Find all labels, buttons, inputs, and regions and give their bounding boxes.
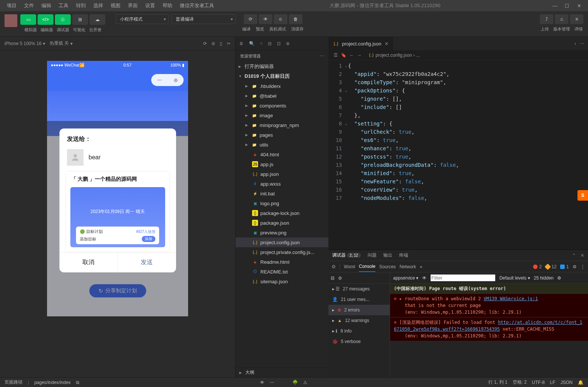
open-editors-section[interactable]: ▶打开的编辑器: [236, 62, 328, 71]
detail-button[interactable]: ≡: [570, 14, 583, 24]
project-root[interactable]: ▼D1019 个人目标日历: [236, 71, 328, 81]
folder-@babel[interactable]: ▶📁@babel: [236, 91, 328, 101]
file-project.private.config.js...[interactable]: {..}project.private.config.js...: [236, 247, 328, 257]
menu-select[interactable]: 选择: [90, 1, 107, 11]
refresh-icon[interactable]: ⟳: [203, 41, 207, 46]
file-app.js[interactable]: JSapp.js: [236, 159, 328, 169]
sidebar-toggle-icon[interactable]: ⊟: [331, 275, 334, 281]
menu-file[interactable]: 文件: [20, 1, 38, 11]
filter-errors[interactable]: ▸ ⊗ 2 errors: [328, 305, 390, 315]
file-Readme.html[interactable]: ◈Readme.html: [236, 257, 328, 267]
folder-.hbuilderx[interactable]: ▶📁.hbuilderx: [236, 81, 328, 91]
file-404.html[interactable]: ◈404.html: [236, 150, 328, 159]
file-sitemap.json[interactable]: {..}sitemap.json: [236, 277, 328, 286]
folder-image[interactable]: ▶📁image: [236, 110, 328, 120]
ext2-icon[interactable]: ⊡: [277, 41, 281, 46]
tab-sources[interactable]: Sources: [379, 262, 396, 272]
bookmark-icon[interactable]: 🔖: [341, 53, 346, 58]
close-tab-icon[interactable]: ✕: [384, 41, 389, 47]
console-gear-icon[interactable]: ⚙: [557, 275, 561, 281]
bell-icon[interactable]: 🔔: [578, 380, 583, 385]
device-selector[interactable]: iPhone 5 100% 16 ▾: [5, 41, 45, 46]
filter-messages[interactable]: ▸ ☰ 27 messages: [328, 284, 390, 294]
user-avatar[interactable]: [5, 14, 17, 27]
folder-miniprogram_npm[interactable]: ▶📁miniprogram_npm: [236, 120, 328, 130]
inspect-icon[interactable]: ⯐: [331, 264, 336, 269]
spaces[interactable]: 空格: 2: [513, 379, 527, 385]
eol[interactable]: LF: [550, 380, 555, 385]
encoding[interactable]: UTF-8: [532, 380, 545, 385]
file-project.config.json[interactable]: {..}project.config.json: [236, 237, 328, 247]
upload-button[interactable]: ⤴: [540, 14, 553, 24]
clear-console-icon[interactable]: ⊘: [338, 275, 342, 281]
collapse-icon[interactable]: ⌃: [572, 253, 576, 258]
stop-icon[interactable]: ⊘: [211, 41, 215, 46]
sb-more-icon[interactable]: ⋯: [270, 380, 274, 385]
levels-selector[interactable]: Default levels ▾: [499, 275, 530, 281]
compile-dropdown[interactable]: 普通编译: [172, 14, 236, 24]
tabs-more-icon[interactable]: »: [420, 264, 422, 269]
menu-wechat-devtools[interactable]: 微信开发者工具: [176, 1, 218, 11]
folder-components[interactable]: ▶📁components: [236, 101, 328, 110]
dock-icon[interactable]: ⋮: [580, 264, 585, 269]
outline-section[interactable]: ▶大纲: [236, 367, 328, 377]
console-log[interactable]: (中国标准时间) Page route 错误(system error) ⊗ ▸…: [390, 284, 588, 377]
clear-cache-button[interactable]: 🗑: [289, 14, 302, 24]
log-link-1[interactable]: VM139 WAService.js:1: [483, 296, 538, 301]
file-package.json[interactable]: {}package.json: [236, 218, 328, 228]
tab-console[interactable]: Console: [359, 262, 375, 272]
simulator-button[interactable]: ▭: [20, 14, 36, 25]
menu-goto[interactable]: 转到: [72, 1, 90, 11]
tab-debugger[interactable]: 调试器 2, 12: [332, 250, 361, 261]
page-path[interactable]: pages/index/index: [34, 380, 71, 385]
back-icon[interactable]: ←: [349, 53, 354, 58]
cancel-button[interactable]: 取消: [59, 252, 118, 272]
mode-dropdown[interactable]: 小程序模式: [116, 14, 169, 24]
search-icon[interactable]: 🔍: [249, 41, 255, 46]
version-button[interactable]: ⎌: [555, 14, 568, 24]
preview-button[interactable]: 👁: [259, 14, 272, 24]
filter-verbose[interactable]: 🐞 5 verbose: [328, 336, 390, 347]
ext1-icon[interactable]: ⊟: [268, 41, 272, 46]
file-README.txt[interactable]: ⓘREADME.txt: [236, 267, 328, 277]
tab-output[interactable]: 输出: [383, 250, 392, 261]
tab-network[interactable]: Network: [400, 262, 416, 272]
gear-icon[interactable]: ⚙: [573, 264, 577, 269]
send-button[interactable]: 发送: [117, 252, 176, 272]
filter-warnings[interactable]: ▸ ▲ 12 warnings: [328, 315, 390, 326]
maximize-button[interactable]: ☐: [564, 3, 570, 9]
editor-button[interactable]: </>: [38, 14, 53, 25]
eye-icon[interactable]: 👁: [422, 275, 427, 281]
menu-view[interactable]: 视图: [107, 1, 124, 11]
code-content[interactable]: { "appid": "wx75c2922fb0a2a4c2", "compil…: [348, 60, 459, 249]
tab-project-config[interactable]: {..} project.config.json ✕: [328, 37, 394, 50]
debugger-button[interactable]: ⦾: [55, 14, 71, 25]
ext3-icon[interactable]: ⊕: [286, 41, 290, 46]
filter-input[interactable]: [430, 274, 495, 281]
scm-icon[interactable]: ⑂: [260, 41, 263, 46]
phone-icon[interactable]: ▯: [220, 41, 222, 46]
minimize-button[interactable]: —: [552, 3, 558, 9]
toggle-sidebar-icon[interactable]: ☰: [334, 53, 338, 58]
cut-icon[interactable]: ✂: [227, 41, 231, 46]
close-button[interactable]: ✕: [576, 3, 582, 9]
tab-issues[interactable]: 问题: [368, 250, 377, 261]
close-devtools-icon[interactable]: ✕: [580, 253, 584, 258]
hidden-count[interactable]: 25 hidden: [534, 275, 554, 281]
forward-icon[interactable]: →: [357, 53, 362, 58]
filter-info[interactable]: ▸ ℹ 8 info: [328, 326, 390, 336]
menu-interface[interactable]: 界面: [124, 1, 141, 11]
code-editor[interactable]: 1⌄234⌄5678⌄91011121314151617 { "appid": …: [328, 60, 588, 249]
file-init.bat[interactable]: ⚡init.bat: [236, 189, 328, 198]
copy-path-icon[interactable]: ⧉: [76, 380, 79, 385]
menu-help[interactable]: 帮助: [159, 1, 176, 11]
menu-project[interactable]: 项目: [3, 1, 20, 11]
folder-pages[interactable]: ▶📁pages: [236, 130, 328, 140]
sogou-ime-icon[interactable]: S: [577, 190, 588, 201]
more-icon[interactable]: ⋯: [320, 54, 324, 59]
visual-button[interactable]: ⊞: [72, 14, 88, 25]
menu-settings[interactable]: 设置: [141, 1, 159, 11]
hotreload-selector[interactable]: 热重载 关 ▾: [50, 40, 73, 47]
language[interactable]: JSON: [561, 380, 573, 385]
folder-utils[interactable]: ▶📁utils: [236, 140, 328, 150]
